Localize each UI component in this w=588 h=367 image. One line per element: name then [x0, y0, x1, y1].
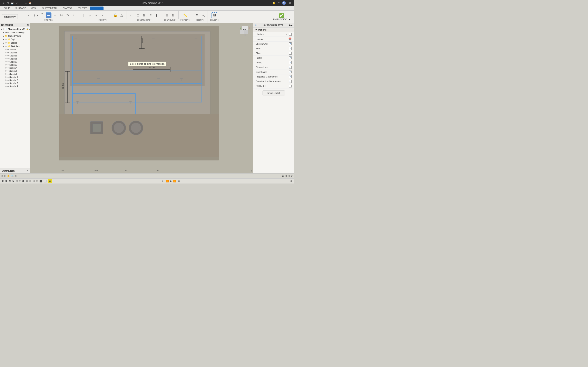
- display-mode-icon[interactable]: ▣: [282, 175, 284, 177]
- finish-sketch-palette-button[interactable]: Finish Sketch: [263, 91, 285, 95]
- linetype-checkbox[interactable]: [289, 33, 292, 36]
- palette-expand-icon[interactable]: ▶▶: [289, 24, 292, 26]
- btm-icon-7[interactable]: ⬢: [22, 180, 24, 183]
- select-label[interactable]: SELECT ▾: [210, 19, 219, 21]
- redo-icon[interactable]: ↪: [20, 1, 23, 5]
- save-icon[interactable]: 💾: [11, 1, 14, 5]
- sketch-grid-checkbox[interactable]: [289, 42, 292, 45]
- btm-icon-12[interactable]: ⬛: [39, 180, 43, 183]
- home-icon[interactable]: 🏠: [29, 1, 32, 5]
- tab-plastic[interactable]: PLASTIC: [61, 7, 74, 10]
- next-icon[interactable]: ⏩: [173, 180, 176, 183]
- constraint3[interactable]: ⊞: [141, 12, 147, 18]
- grid-display-icon[interactable]: ⊞: [285, 175, 287, 177]
- tree-origin[interactable]: ▶ 👁 📁 Origin: [0, 38, 30, 41]
- circle-tool[interactable]: ◯: [33, 12, 39, 18]
- app-menu-icon[interactable]: ⠿: [2, 1, 5, 5]
- constraints-checkbox[interactable]: [289, 71, 292, 73]
- polygon-tool[interactable]: ▬: [46, 12, 52, 18]
- tab-sketch[interactable]: SKETCH: [90, 7, 103, 10]
- zoom-icon[interactable]: 🔍: [11, 175, 14, 177]
- modify-tool2[interactable]: ⌕: [87, 12, 93, 18]
- tree-sketch2[interactable]: 👁 ✏ Sketch2: [0, 51, 30, 54]
- design-button[interactable]: DESIGN ▾: [2, 14, 18, 19]
- tree-sketch9[interactable]: 👁 ✏ Sketch9: [0, 73, 30, 76]
- modify-tool4[interactable]: /: [100, 12, 105, 18]
- browser-collapse-icon[interactable]: ✕: [27, 24, 29, 26]
- btm-icon-2[interactable]: ◨: [5, 180, 7, 183]
- profile-checkbox[interactable]: [289, 57, 292, 59]
- tree-sketch1[interactable]: 👁 ✏ Sketch1: [0, 48, 30, 51]
- modify-label[interactable]: MODIFY ▾: [98, 19, 107, 21]
- tab-sheet-metal[interactable]: SHEET METAL: [40, 7, 60, 10]
- insert-image[interactable]: 🖼: [200, 12, 206, 18]
- tree-bodies[interactable]: ▶ 👁 📁 Bodies: [0, 41, 30, 45]
- trim-tool[interactable]: ✂: [58, 12, 64, 18]
- fillet-tool[interactable]: ⌓: [52, 12, 58, 18]
- toggle-root[interactable]: ▼: [0, 28, 2, 30]
- tree-root[interactable]: ▼ 👁 📄 Claw machine v11 🔒 ▶: [0, 28, 30, 31]
- constraint1[interactable]: ⊏: [129, 12, 134, 18]
- pan-icon[interactable]: ✋: [7, 175, 10, 177]
- constraint5[interactable]: ∦: [154, 12, 160, 18]
- tree-sketch14[interactable]: 👁 ✏ Sketch14: [0, 85, 30, 88]
- btm-highlight[interactable]: ▣: [48, 179, 52, 183]
- configure-grid[interactable]: ⊟: [171, 12, 176, 18]
- 3d-sketch-checkbox[interactable]: [289, 85, 292, 87]
- undo-icon[interactable]: ↩: [15, 1, 18, 5]
- play-icon[interactable]: ▶: [170, 180, 172, 183]
- comments-close-icon[interactable]: ✕: [26, 170, 28, 172]
- inspect-label[interactable]: INSPECT ▾: [181, 19, 190, 21]
- tree-sketches[interactable]: ▼ 👁 📁 Sketches: [0, 45, 30, 48]
- settings-icon[interactable]: ⚙: [290, 180, 292, 183]
- btm-icon-5[interactable]: ◫: [16, 180, 18, 183]
- finish-sketch-button[interactable]: ✅ FINISH SKETCH ▾: [271, 12, 292, 21]
- tree-sketch8[interactable]: 👁 ✏ Sketch8: [0, 69, 30, 73]
- canvas-area[interactable]: 10.00 20.00 20.00: [30, 23, 253, 173]
- constraint2[interactable]: ⊡: [135, 12, 141, 18]
- tab-mesh[interactable]: MESH: [29, 7, 39, 10]
- prev-start-icon[interactable]: ⏮: [162, 180, 164, 183]
- tree-sketch6[interactable]: 👁 ✏ Sketch6: [0, 63, 30, 67]
- modify-tool3[interactable]: =: [94, 12, 99, 18]
- tree-sketch11[interactable]: 👁 ✏ Sketch11: [0, 76, 30, 79]
- constraints-label[interactable]: CONSTRAINTS ▾: [137, 19, 151, 21]
- orientation-cube[interactable]: TOP X Y Z: [239, 25, 251, 37]
- settings-gear-icon[interactable]: ⚙: [291, 175, 293, 177]
- palette-options-header[interactable]: ▼ Options: [253, 28, 294, 32]
- tree-sketch12[interactable]: 👁 ✏ Sketch12: [0, 79, 30, 82]
- btm-icon-9[interactable]: ▧: [29, 180, 31, 183]
- help-icon[interactable]: ?: [277, 1, 281, 5]
- btm-icon-8[interactable]: ▦: [26, 180, 28, 183]
- configure-btn[interactable]: ⊞: [164, 12, 170, 18]
- btm-icon-13[interactable]: ⬜: [44, 180, 47, 183]
- layout-icon[interactable]: ⊟: [288, 175, 290, 177]
- notification-icon[interactable]: 🔔: [272, 1, 276, 5]
- insert-btn[interactable]: ⬆: [194, 12, 200, 18]
- create-label[interactable]: CREATE ▾: [44, 19, 53, 21]
- tree-sketch7[interactable]: 👁 ✏ Sketch7: [0, 67, 30, 69]
- tree-sketch4[interactable]: 👁 ✏ Sketch4: [0, 57, 30, 60]
- arc-tool[interactable]: ⌒: [39, 12, 45, 18]
- modify-tool5[interactable]: ⟋: [106, 12, 112, 18]
- points-checkbox[interactable]: [289, 61, 292, 64]
- look-at-icon[interactable]: 📅: [288, 38, 292, 41]
- tree-document-settings[interactable]: ▶ ⚙ Document Settings: [0, 31, 30, 34]
- tree-sketch5[interactable]: 👁 ✏ Sketch5: [0, 60, 30, 63]
- select-status-icon[interactable]: ⊡: [4, 175, 6, 177]
- close-button[interactable]: ✕: [287, 1, 292, 5]
- btm-icon-6[interactable]: ⬡: [19, 180, 21, 183]
- prev-icon[interactable]: ⏪: [166, 180, 169, 183]
- inspect-btn[interactable]: 📏: [182, 12, 188, 18]
- modify-tool1[interactable]: |: [81, 12, 86, 18]
- dimensions-checkbox[interactable]: [289, 66, 292, 69]
- grid-icon[interactable]: ⊞: [6, 1, 9, 5]
- user-avatar[interactable]: AL: [282, 1, 286, 5]
- construction-geom-checkbox[interactable]: [289, 80, 292, 83]
- btm-icon-3[interactable]: ◩: [9, 180, 11, 183]
- orbit-icon[interactable]: ⊕: [15, 175, 17, 177]
- tab-utilities[interactable]: UTILITIES: [75, 7, 89, 10]
- slice-checkbox[interactable]: [289, 52, 292, 55]
- mirror-tool[interactable]: ⌇: [71, 12, 77, 18]
- fit-icon[interactable]: ⊕: [1, 175, 3, 177]
